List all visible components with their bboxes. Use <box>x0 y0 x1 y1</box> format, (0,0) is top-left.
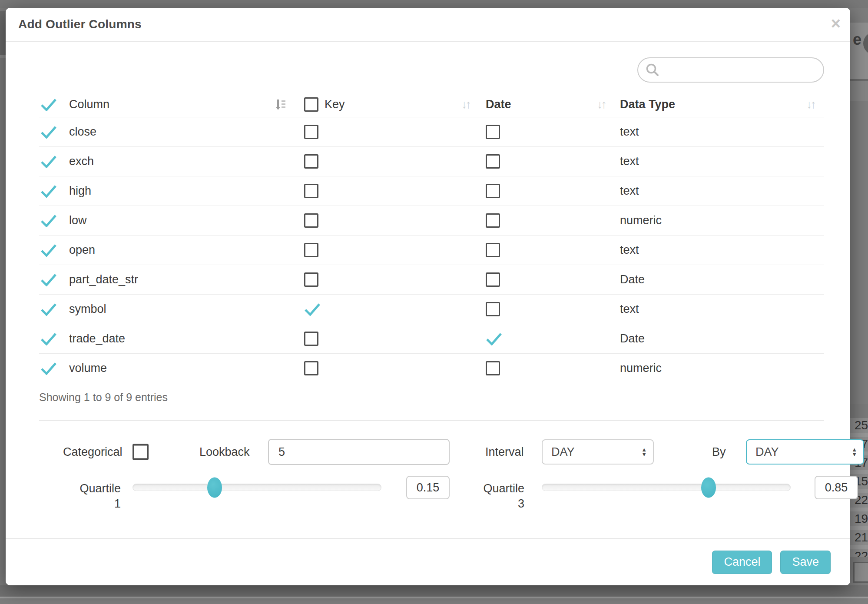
column-name: part_date_str <box>69 273 138 286</box>
dimmed-number-row: 211 <box>850 530 868 545</box>
quartile3-label: Quartile 3 <box>480 481 524 511</box>
row-checkbox[interactable] <box>304 243 318 257</box>
sort-arrows-icon[interactable]: ↓↑ <box>461 98 470 111</box>
dimmed-page-left-edge <box>0 11 6 55</box>
selected-check-icon[interactable] <box>486 332 502 345</box>
row-checkbox[interactable] <box>486 213 500 228</box>
section-divider <box>39 420 824 421</box>
row-checkbox[interactable] <box>304 184 318 198</box>
header-key-label: Key <box>325 98 345 111</box>
dimmed-bottom-band-2 <box>0 598 868 604</box>
data-type-value: text <box>620 243 639 257</box>
selected-check-icon[interactable] <box>40 244 57 257</box>
quartile1-slider[interactable] <box>133 484 381 491</box>
header-data-type[interactable]: Data Type ↓↑ <box>615 92 824 117</box>
select-spinner-icon: ▲▼ <box>851 447 857 457</box>
row-checkbox[interactable] <box>304 213 318 228</box>
categorical-label: Categorical <box>63 445 123 459</box>
select-all-check-icon[interactable] <box>40 98 57 111</box>
dimmed-input-outline <box>853 562 868 583</box>
selected-check-icon[interactable] <box>40 303 57 316</box>
data-type-value: Date <box>620 273 645 286</box>
modal-footer: Cancel Save <box>6 538 850 585</box>
table-row: volume numeric <box>39 354 824 383</box>
row-checkbox[interactable] <box>486 184 500 198</box>
row-checkbox[interactable] <box>304 332 318 346</box>
column-name: exch <box>69 155 94 168</box>
data-type-value: text <box>620 184 639 198</box>
selected-check-icon[interactable] <box>40 214 57 227</box>
header-date[interactable]: Date ↓↑ <box>479 92 615 117</box>
selected-check-icon[interactable] <box>304 303 321 316</box>
row-checkbox[interactable] <box>304 154 318 169</box>
data-type-value: numeric <box>620 214 662 227</box>
by-select[interactable]: DAY ▲▼ <box>746 439 864 465</box>
row-checkbox[interactable] <box>304 361 318 375</box>
quartile1-value[interactable]: 0.15 <box>406 476 450 499</box>
data-type-value: text <box>620 302 639 316</box>
lookback-input[interactable] <box>268 439 450 465</box>
row-checkbox[interactable] <box>486 302 500 316</box>
data-type-value: text <box>620 125 639 139</box>
row-checkbox[interactable] <box>486 272 500 287</box>
select-spinner-icon: ▲▼ <box>641 447 647 457</box>
table-row: close text <box>39 117 824 147</box>
add-outlier-columns-modal: Add Outlier Columns × Column <box>6 8 850 585</box>
sort-arrows-icon[interactable]: ↓↑ <box>597 98 605 111</box>
categorical-checkbox[interactable] <box>133 444 149 460</box>
column-name: low <box>69 214 87 227</box>
row-checkbox[interactable] <box>304 125 318 139</box>
selected-check-icon[interactable] <box>40 155 57 168</box>
header-column[interactable]: Column <box>39 92 299 117</box>
row-checkbox[interactable] <box>486 125 500 139</box>
selected-check-icon[interactable] <box>40 273 57 286</box>
controls-row-2: Quartile 1 0.15 Quartile 3 0.85 <box>39 476 824 516</box>
controls-row-1: Categorical Lookback Interval DAY ▲▼ By … <box>39 438 824 465</box>
header-column-label: Column <box>69 98 109 111</box>
table-header-row: Column Key ↓↑ <box>39 92 824 117</box>
table-row: open text <box>39 236 824 265</box>
header-date-label: Date <box>486 98 511 111</box>
data-type-value: Date <box>620 332 645 345</box>
table-row: trade_date Date <box>39 324 824 354</box>
columns-table: Column Key ↓↑ <box>39 92 824 383</box>
data-type-value: numeric <box>620 362 662 375</box>
dimmed-circle <box>863 32 868 55</box>
column-name: high <box>69 184 91 198</box>
selected-check-icon[interactable] <box>40 362 57 375</box>
quartile1-slider-thumb[interactable] <box>207 477 222 498</box>
close-icon[interactable]: × <box>831 15 841 32</box>
quartile1-label: Quartile 1 <box>63 481 121 511</box>
save-button[interactable]: Save <box>780 551 831 574</box>
table-summary: Showing 1 to 9 of 9 entries <box>39 391 824 404</box>
search-input[interactable] <box>660 58 823 82</box>
dimmed-page-top-bar <box>0 0 868 8</box>
selected-check-icon[interactable] <box>40 126 57 139</box>
interval-select[interactable]: DAY ▲▼ <box>542 439 654 465</box>
row-checkbox[interactable] <box>304 272 318 287</box>
row-checkbox[interactable] <box>486 154 500 169</box>
interval-label: Interval <box>485 445 524 459</box>
quartile3-slider-thumb[interactable] <box>701 477 716 498</box>
dimmed-page-right-header: e <box>850 23 868 79</box>
table-row: symbol text <box>39 295 824 324</box>
selected-check-icon[interactable] <box>40 332 57 345</box>
row-checkbox[interactable] <box>486 361 500 375</box>
key-header-checkbox[interactable] <box>304 97 318 112</box>
selected-check-icon[interactable] <box>40 185 57 198</box>
modal-title: Add Outlier Columns <box>18 17 142 31</box>
quartile3-value[interactable]: 0.85 <box>815 476 858 499</box>
table-row: part_date_str Date <box>39 265 824 295</box>
table-row: high text <box>39 176 824 206</box>
dimmed-number-row: 251 <box>850 418 868 433</box>
cancel-button[interactable]: Cancel <box>712 551 772 574</box>
search-box <box>637 57 824 83</box>
quartile3-slider[interactable] <box>542 484 791 491</box>
by-label: By <box>712 445 726 459</box>
sort-amount-icon[interactable] <box>275 98 286 112</box>
header-key[interactable]: Key ↓↑ <box>299 92 479 117</box>
table-body: close text exch text high text low nu <box>39 117 824 383</box>
row-checkbox[interactable] <box>486 243 500 257</box>
dimmed-bottom-band <box>0 585 868 597</box>
sort-arrows-icon[interactable]: ↓↑ <box>806 98 815 111</box>
